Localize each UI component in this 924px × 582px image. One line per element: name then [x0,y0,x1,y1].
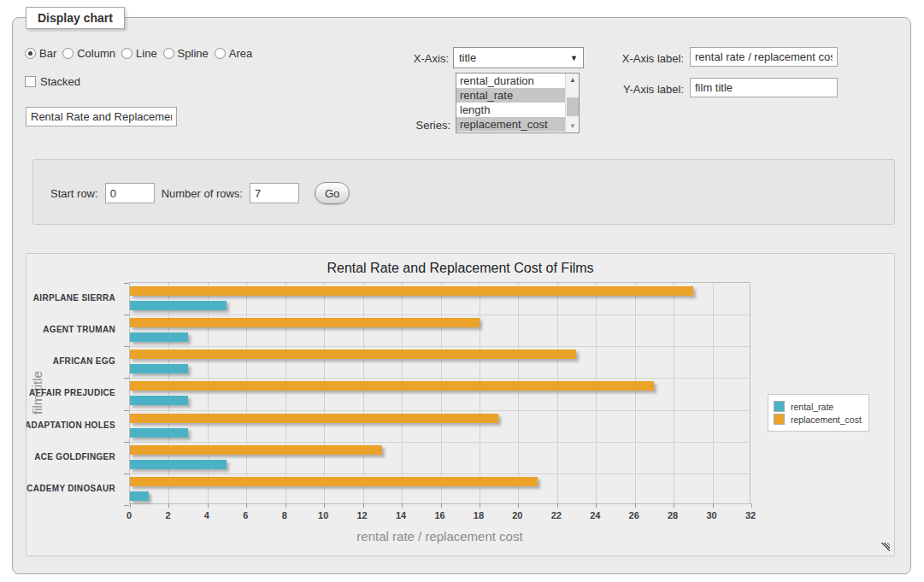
bar-replacement_cost[interactable] [130,414,498,423]
x-axis-selected-value: title [459,51,476,64]
scrollbar-up-icon[interactable]: ▲ [566,73,580,86]
radio-label: Area [229,47,252,60]
x-tick-mark [480,503,480,508]
gridline [557,283,558,503]
y-tick-mark [124,378,129,379]
x-tick-mark [713,503,714,508]
radio-label: Bar [39,47,56,60]
radio-icon[interactable] [62,48,74,59]
scrollbar-down-icon[interactable]: ▼ [566,120,580,132]
radio-label: Spline [178,47,209,60]
stacked-checkbox[interactable] [25,76,36,87]
y-tick-mark [124,505,129,506]
series-list-label: Series: [389,119,450,132]
bar-replacement_cost[interactable] [130,445,382,455]
bar-replacement_cost[interactable] [130,286,693,296]
bar-replacement_cost[interactable] [130,477,538,486]
gridline [130,378,750,379]
category-label: ADAPTATION HOLES [26,409,122,441]
series-listbox[interactable]: rental_durationrental_ratelengthreplacem… [456,73,580,133]
start-row-input[interactable] [105,183,155,203]
chart-container: Rental Rate and Replacement Cost of Film… [26,253,895,556]
legend-item-replacement_cost[interactable]: replacement_cost [774,414,862,425]
chart-title-input[interactable] [26,107,177,126]
bar-rental_rate[interactable] [130,332,188,342]
x-tick-mark [402,503,403,508]
series-option-rental_duration[interactable]: rental_duration [456,73,579,88]
gridline [168,283,169,503]
y-tick-mark [124,410,129,411]
gridline [130,410,750,411]
series-option-rental_rate[interactable]: rental_rate [456,88,579,103]
x-tick-mark [557,503,558,508]
chart-category-labels: AIRPLANE SIERRAAGENT TRUMANAFRICAN EGGAF… [26,282,122,504]
resize-grip-icon[interactable] [881,543,890,551]
x-tick-mark [130,503,131,508]
gridline [518,283,519,503]
x-tick-label: 14 [396,510,406,520]
x-axis-select[interactable]: title ▼ [453,47,584,68]
radio-icon[interactable] [121,48,132,59]
legend-item-rental_rate[interactable]: rental_rate [774,401,862,412]
x-tick-label: 20 [512,510,522,520]
chart-title: Rental Rate and Replacement Cost of Film… [26,261,894,276]
bar-rental_rate[interactable] [130,460,227,469]
x-tick-label: 22 [551,510,562,520]
x-tick-label: 26 [629,510,639,520]
bar-rental_rate[interactable] [130,396,188,405]
x-tick-label: 8 [282,510,287,520]
go-button[interactable]: Go [315,182,350,204]
x-tick-label: 0 [127,510,132,520]
gridline [130,346,750,347]
x-tick-label: 6 [243,510,248,520]
scrollbar[interactable]: ▲ ▼ [565,73,579,132]
gridline [130,442,750,443]
x-axis-label-caption: X-Axis label: [614,52,684,65]
x-tick-mark [518,503,519,508]
chart-type-radio-bar[interactable]: Bar [25,47,56,60]
x-axis-label-input[interactable] [690,47,838,67]
x-tick-mark [285,503,286,508]
bar-rental_rate[interactable] [130,301,227,310]
x-tick-label: 10 [318,510,328,520]
chart-x-tick-labels: 02468101214161820222426283032 [129,510,750,522]
y-axis-label-caption: Y-Axis label: [614,83,684,96]
chart-legend: rental_ratereplacement_cost [768,394,869,432]
bar-rental_rate[interactable] [130,364,188,373]
bar-replacement_cost[interactable] [130,381,654,391]
bar-rental_rate[interactable] [130,428,188,438]
radio-label: Column [77,47,115,60]
y-tick-mark [124,283,129,284]
bar-rental_rate[interactable] [130,491,149,501]
chevron-down-icon: ▼ [570,54,578,62]
fieldset-legend: Display chart [26,7,125,29]
radio-icon[interactable] [163,48,174,59]
x-tick-label: 12 [357,510,368,520]
x-tick-mark [674,503,674,508]
chart-type-radio-column[interactable]: Column [62,47,115,60]
radio-icon[interactable] [25,48,36,59]
category-label: ACADEMY DINOSAUR [26,473,122,504]
number-of-rows-input[interactable] [250,183,299,203]
category-label: ACE GOLDFINGER [26,441,122,473]
series-option-length[interactable]: length [456,103,579,117]
x-tick-label: 32 [745,510,756,520]
x-tick-mark [324,503,325,508]
x-tick-label: 16 [434,510,444,520]
chart-plot-area [129,282,750,504]
scrollbar-thumb[interactable] [567,97,579,116]
number-of-rows-label: Number of rows: [162,187,243,200]
gridline [130,473,750,474]
bar-replacement_cost[interactable] [130,318,480,327]
chart-type-radio-spline[interactable]: Spline [163,47,209,60]
y-tick-mark [124,442,129,443]
chart-type-radio-area[interactable]: Area [215,47,252,60]
x-tick-mark [596,503,597,508]
series-option-replacement_cost[interactable]: replacement_cost [456,117,579,132]
y-axis-label-input[interactable] [690,78,838,97]
gridline [246,283,247,503]
bar-replacement_cost[interactable] [130,350,576,359]
y-tick-mark [124,315,129,315]
radio-icon[interactable] [215,48,226,59]
chart-type-radio-line[interactable]: Line [121,47,157,60]
